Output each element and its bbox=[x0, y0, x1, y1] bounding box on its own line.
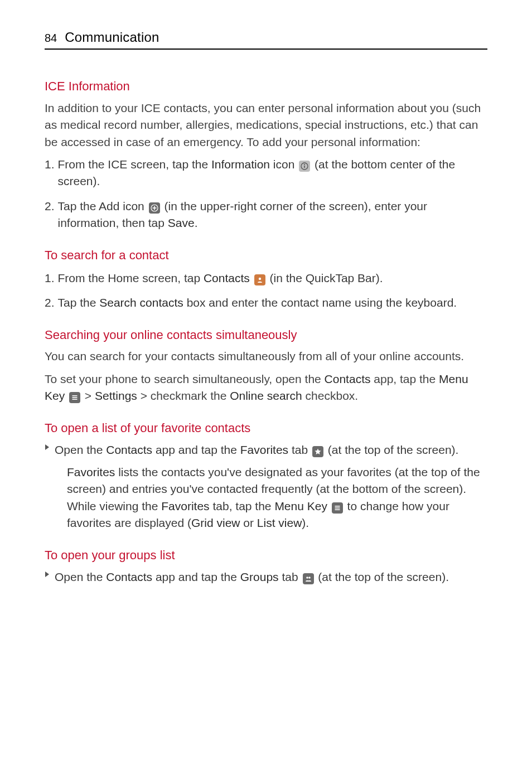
text: checkbox. bbox=[302, 389, 358, 402]
bold-text: Contacts bbox=[325, 372, 371, 385]
text: > checkmark the bbox=[137, 389, 230, 402]
ice-step-2: 2. Tap the Add icon (in the upper-right … bbox=[45, 198, 487, 232]
bold-text: Favorites bbox=[240, 443, 288, 456]
bold-text: Contacts bbox=[204, 272, 250, 284]
list-number: 1. bbox=[45, 270, 55, 287]
ice-intro-paragraph: In addition to your ICE contacts, you ca… bbox=[45, 100, 487, 151]
groups-icon bbox=[303, 573, 314, 584]
ice-step-1: 1. From the ICE screen, tap the Informat… bbox=[45, 156, 487, 190]
bold-text: Search contacts bbox=[99, 296, 183, 309]
ice-steps-list: 1. From the ICE screen, tap the Informat… bbox=[45, 156, 487, 232]
online-paragraph-1: You can search for your contacts simulta… bbox=[45, 348, 487, 365]
bold-text: Contacts bbox=[106, 570, 152, 583]
bold-text: Save bbox=[168, 216, 195, 229]
svg-rect-5 bbox=[152, 207, 156, 209]
online-paragraph-2: To set your phone to search simultaneous… bbox=[45, 371, 487, 405]
search-steps-list: 1. From the Home screen, tap Contacts (i… bbox=[45, 270, 487, 312]
svg-point-14 bbox=[308, 577, 311, 579]
list-item-body: Tap the Search contacts box and enter th… bbox=[58, 294, 487, 311]
heading-groups-list: To open your groups list bbox=[45, 546, 487, 564]
svg-rect-10 bbox=[335, 506, 340, 507]
text: tab, tap the bbox=[210, 500, 275, 512]
svg-rect-12 bbox=[335, 509, 340, 510]
heading-ice-information: ICE Information bbox=[45, 78, 487, 95]
bold-text: Grid view bbox=[191, 516, 240, 529]
favorites-sub-paragraph: Favorites lists the contacts you've desi… bbox=[67, 464, 487, 532]
text: (at the top of the screen). bbox=[315, 570, 449, 583]
bold-text: Groups bbox=[240, 570, 279, 583]
text: Open the bbox=[55, 443, 106, 456]
svg-point-13 bbox=[306, 577, 308, 579]
text: From the ICE screen, tap the bbox=[58, 158, 211, 171]
text: box and enter the contact name using the… bbox=[183, 296, 457, 309]
svg-rect-1 bbox=[304, 166, 305, 168]
bold-text: List view bbox=[257, 516, 302, 529]
text: app and tap the bbox=[152, 570, 240, 583]
text: or bbox=[240, 516, 257, 529]
groups-bullet: Open the Contacts app and tap the Groups… bbox=[45, 569, 487, 585]
svg-point-6 bbox=[258, 277, 260, 279]
svg-rect-9 bbox=[72, 399, 78, 400]
bullet-triangle-icon bbox=[45, 571, 50, 585]
menu-key-icon bbox=[69, 392, 80, 403]
text: app and tap the bbox=[152, 443, 240, 456]
svg-rect-7 bbox=[72, 395, 78, 396]
list-item-body: Open the Contacts app and tap the Groups… bbox=[55, 569, 487, 585]
bold-text: Menu Key bbox=[274, 500, 327, 512]
text: tab bbox=[288, 443, 311, 456]
bold-text: Favorites bbox=[67, 466, 115, 478]
add-icon bbox=[149, 202, 160, 214]
menu-key-icon bbox=[332, 502, 343, 514]
page-number: 84 bbox=[45, 30, 57, 46]
heading-search-contact: To search for a contact bbox=[45, 246, 487, 264]
list-item-body: Open the Contacts app and tap the Favori… bbox=[55, 442, 487, 532]
bold-text: Favorites bbox=[161, 500, 209, 512]
list-number: 2. bbox=[45, 198, 55, 232]
svg-point-2 bbox=[304, 164, 305, 165]
text: app, tap the bbox=[370, 372, 439, 385]
list-item-body: From the Home screen, tap Contacts (in t… bbox=[58, 270, 487, 287]
bullet-triangle-icon bbox=[45, 444, 50, 532]
text: Tap the bbox=[58, 296, 100, 309]
info-icon bbox=[299, 161, 310, 172]
search-step-1: 1. From the Home screen, tap Contacts (i… bbox=[45, 270, 487, 287]
text: (in the QuickTap Bar). bbox=[267, 272, 383, 284]
text: Tap the Add icon bbox=[58, 200, 148, 212]
favorites-bullet-list: Open the Contacts app and tap the Favori… bbox=[45, 442, 487, 532]
list-item-body: Tap the Add icon (in the upper-right cor… bbox=[58, 198, 487, 232]
groups-bullet-list: Open the Contacts app and tap the Groups… bbox=[45, 569, 487, 585]
list-number: 2. bbox=[45, 294, 55, 311]
page-body: ICE Information In addition to your ICE … bbox=[45, 78, 487, 585]
text: (at the top of the screen). bbox=[325, 443, 458, 456]
text: Open the bbox=[55, 570, 106, 583]
list-number: 1. bbox=[45, 156, 55, 190]
text: ). bbox=[302, 516, 309, 529]
text: To set your phone to search simultaneous… bbox=[45, 372, 325, 385]
svg-rect-11 bbox=[335, 507, 340, 509]
text: tab bbox=[279, 570, 302, 583]
bold-text: Settings bbox=[95, 389, 137, 402]
favorites-bullet: Open the Contacts app and tap the Favori… bbox=[45, 442, 487, 532]
star-icon bbox=[312, 446, 323, 457]
bold-text: Contacts bbox=[106, 443, 152, 456]
bold-text: Online search bbox=[230, 389, 302, 402]
contacts-icon bbox=[254, 274, 265, 285]
heading-favorite-contacts: To open a list of your favorite contacts bbox=[45, 419, 487, 437]
page-header: 84 Communication bbox=[45, 28, 487, 50]
text: . bbox=[195, 216, 198, 229]
text: icon bbox=[270, 158, 298, 171]
text: > bbox=[81, 389, 95, 402]
search-step-2: 2. Tap the Search contacts box and enter… bbox=[45, 294, 487, 311]
text: From the Home screen, tap bbox=[58, 272, 204, 284]
header-section-title: Communication bbox=[65, 28, 159, 47]
bold-text: Information bbox=[211, 158, 270, 171]
list-item-body: From the ICE screen, tap the Information… bbox=[58, 156, 487, 190]
svg-rect-8 bbox=[72, 397, 78, 398]
heading-online-search: Searching your online contacts simultane… bbox=[45, 326, 487, 344]
